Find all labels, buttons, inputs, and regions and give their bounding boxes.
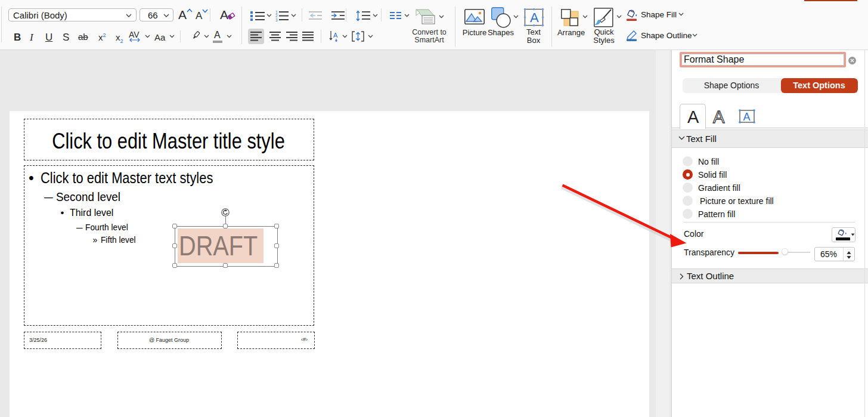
svg-text:3: 3	[275, 18, 278, 22]
svg-text:A: A	[530, 10, 539, 25]
svg-text:A: A	[333, 32, 338, 39]
svg-text:A: A	[743, 111, 751, 123]
